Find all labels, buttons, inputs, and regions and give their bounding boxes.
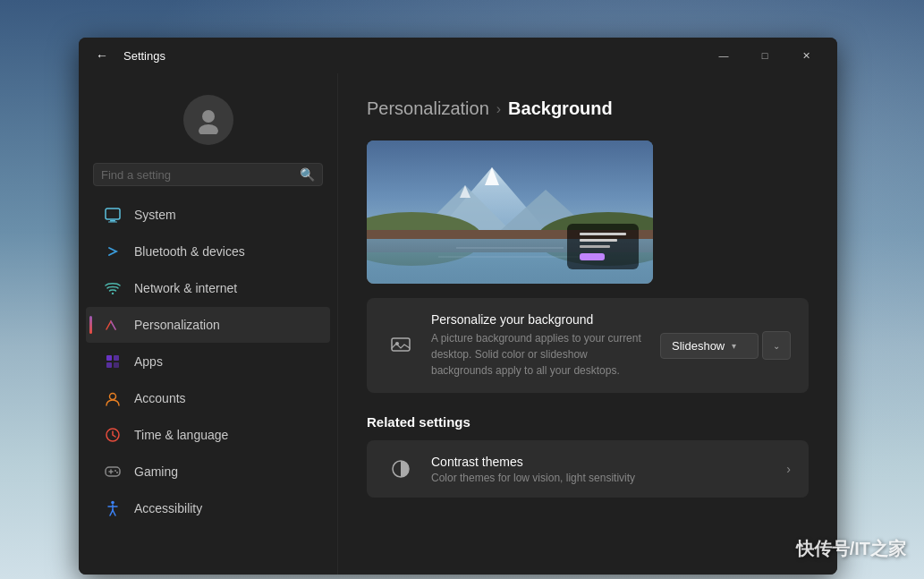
svg-rect-9 bbox=[114, 362, 119, 368]
svg-point-16 bbox=[116, 472, 118, 473]
sidebar-item-personalization-label: Personalization bbox=[134, 318, 220, 332]
content-area: 🔍 System Bluet bbox=[79, 73, 837, 575]
sidebar-item-accounts[interactable]: Accounts bbox=[86, 380, 330, 416]
svg-point-10 bbox=[110, 394, 116, 400]
accessibility-icon bbox=[104, 499, 122, 517]
search-icon[interactable]: 🔍 bbox=[300, 167, 315, 182]
preview-landscape bbox=[367, 140, 653, 284]
sidebar-item-bluetooth-label: Bluetooth & devices bbox=[134, 244, 245, 259]
background-settings-card: Personalize your background A picture ba… bbox=[367, 298, 809, 393]
sidebar-item-network-label: Network & internet bbox=[134, 281, 237, 295]
sidebar: 🔍 System Bluet bbox=[79, 73, 338, 575]
titlebar-left: ← Settings bbox=[89, 43, 165, 68]
contrast-themes-icon bbox=[385, 453, 417, 485]
background-card-controls: Slideshow ▾ ⌄ bbox=[660, 331, 791, 360]
contrast-themes-card[interactable]: Contrast themes Color themes for low vis… bbox=[367, 440, 809, 498]
window-controls: — □ ✕ bbox=[703, 41, 827, 70]
contrast-themes-text: Contrast themes Color themes for low vis… bbox=[431, 455, 772, 484]
sidebar-item-time[interactable]: Time & language bbox=[86, 417, 330, 453]
background-card-text: Personalize your background A picture ba… bbox=[431, 312, 646, 379]
preview-text-3 bbox=[580, 245, 610, 248]
sidebar-item-bluetooth[interactable]: Bluetooth & devices bbox=[86, 234, 330, 269]
svg-rect-34 bbox=[392, 338, 410, 351]
related-settings-title: Related settings bbox=[367, 414, 809, 430]
sidebar-item-system[interactable]: System bbox=[86, 197, 330, 233]
svg-rect-8 bbox=[106, 362, 112, 368]
preview-accent-btn bbox=[580, 253, 605, 260]
background-card-desc: A picture background applies to your cur… bbox=[431, 330, 646, 379]
gaming-icon bbox=[104, 463, 122, 481]
svg-rect-4 bbox=[108, 222, 117, 223]
sidebar-item-gaming[interactable]: Gaming bbox=[86, 454, 330, 490]
expand-button[interactable]: ⌄ bbox=[762, 331, 791, 360]
sidebar-item-accessibility[interactable]: Accessibility bbox=[86, 490, 330, 526]
contrast-themes-desc: Color themes for low vision, light sensi… bbox=[431, 472, 772, 484]
svg-rect-7 bbox=[114, 355, 119, 361]
settings-window: ← Settings — □ ✕ 🔍 bbox=[79, 38, 837, 575]
breadcrumb-parent[interactable]: Personalization bbox=[367, 98, 489, 119]
maximize-button[interactable]: □ bbox=[744, 41, 785, 70]
sidebar-item-apps-label: Apps bbox=[134, 354, 163, 369]
sidebar-item-accounts-label: Accounts bbox=[134, 391, 186, 405]
svg-point-0 bbox=[202, 110, 215, 123]
background-card-icon bbox=[385, 329, 417, 362]
svg-rect-6 bbox=[106, 355, 112, 361]
watermark: 快传号/IT之家 bbox=[796, 537, 906, 561]
sidebar-item-accessibility-label: Accessibility bbox=[134, 501, 202, 515]
close-button[interactable]: ✕ bbox=[785, 41, 827, 70]
slideshow-dropdown[interactable]: Slideshow ▾ bbox=[660, 333, 759, 359]
sidebar-item-network[interactable]: Network & internet bbox=[86, 270, 330, 306]
preview-text-2 bbox=[580, 239, 617, 242]
system-icon bbox=[104, 206, 122, 224]
breadcrumb-current: Background bbox=[508, 98, 613, 119]
back-button[interactable]: ← bbox=[89, 43, 114, 68]
window-title: Settings bbox=[123, 49, 165, 63]
dropdown-value: Slideshow bbox=[672, 339, 725, 353]
accounts-icon bbox=[104, 389, 122, 407]
sidebar-item-personalization[interactable]: Personalization bbox=[86, 307, 330, 343]
titlebar: ← Settings — □ ✕ bbox=[79, 38, 837, 73]
chevron-down-icon: ▾ bbox=[732, 341, 736, 351]
apps-icon bbox=[104, 353, 122, 370]
preview-text-1 bbox=[580, 233, 626, 235]
sidebar-item-time-label: Time & language bbox=[134, 428, 228, 442]
personalization-icon bbox=[104, 316, 122, 334]
search-input[interactable] bbox=[101, 168, 294, 182]
svg-point-17 bbox=[111, 501, 114, 505]
sidebar-item-apps[interactable]: Apps bbox=[86, 344, 330, 379]
breadcrumb: Personalization › Background bbox=[367, 98, 809, 119]
svg-point-1 bbox=[199, 124, 218, 134]
svg-point-5 bbox=[112, 293, 114, 294]
bluetooth-icon bbox=[104, 243, 122, 260]
svg-line-20 bbox=[110, 510, 113, 515]
search-box[interactable]: 🔍 bbox=[93, 163, 323, 186]
svg-line-21 bbox=[113, 510, 115, 515]
breadcrumb-separator: › bbox=[496, 101, 501, 117]
preview-dialog bbox=[567, 224, 639, 269]
user-avatar-area bbox=[79, 81, 337, 163]
sidebar-item-system-label: System bbox=[134, 208, 176, 222]
svg-point-15 bbox=[114, 470, 116, 472]
svg-rect-2 bbox=[106, 209, 120, 219]
main-panel: Personalization › Background bbox=[338, 73, 837, 575]
desktop-preview bbox=[367, 140, 653, 284]
svg-rect-3 bbox=[110, 220, 115, 222]
network-icon bbox=[104, 279, 122, 297]
contrast-themes-title: Contrast themes bbox=[431, 455, 772, 469]
minimize-button[interactable]: — bbox=[703, 41, 744, 70]
chevron-right-icon: › bbox=[786, 462, 791, 476]
time-icon bbox=[104, 426, 122, 444]
background-card-title: Personalize your background bbox=[431, 312, 646, 327]
avatar bbox=[183, 95, 233, 145]
sidebar-item-gaming-label: Gaming bbox=[134, 464, 178, 479]
